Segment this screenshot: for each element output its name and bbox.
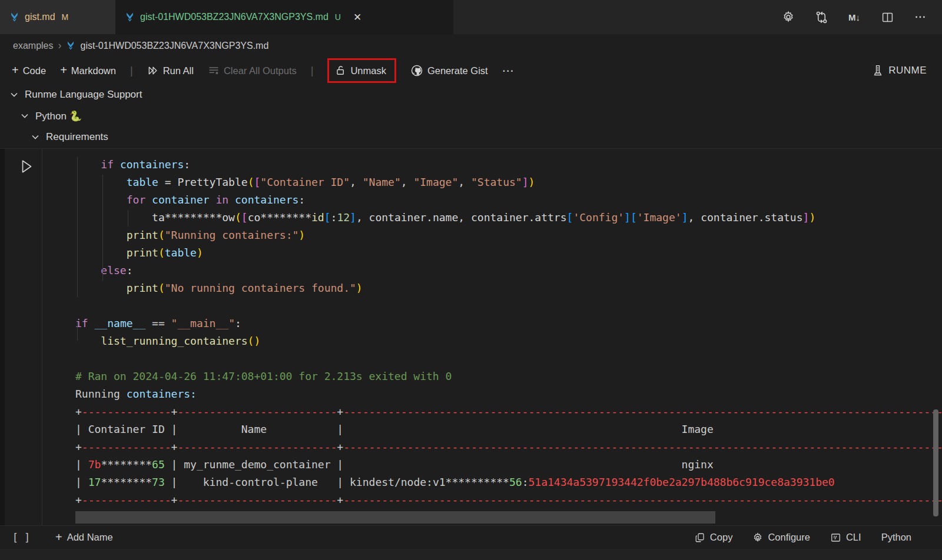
outline-item-python[interactable]: Python 🐍 [0,105,942,126]
indent-guide [128,210,128,226]
unmask-highlight-box: Unmask [327,58,396,83]
notebook-toolbar: + Code + Markdown | Run All Clear All Ou… [0,57,942,84]
cell-focus-strip [0,149,5,549]
modified-badge: M [62,12,69,22]
cell-brackets-indicator: [ ] [0,532,42,544]
configure-button[interactable]: Configure [752,532,810,543]
open-changes-icon[interactable] [814,9,829,25]
plus-icon: + [12,64,19,76]
clear-outputs-icon [208,65,220,76]
runme-brand: RUNME [872,64,927,77]
editor-background-strip [0,549,942,560]
run-all-button[interactable]: Run All [147,65,194,76]
breadcrumb-separator-icon: › [58,39,61,52]
indent-guide [77,322,78,341]
cli-button[interactable]: CLI [830,532,861,543]
clear-all-outputs-button[interactable]: Clear All Outputs [208,65,297,76]
copy-icon [695,532,705,543]
outline-item-requirements[interactable]: Requirements [0,126,942,148]
add-name-button[interactable]: + Add Name [55,532,113,544]
run-cell-button[interactable] [19,158,34,175]
plus-icon: + [55,531,62,543]
toolbar-separator: | [311,65,314,77]
cell-editor[interactable]: if containers: table = PrettyTable(["Con… [42,149,942,526]
close-tab-icon[interactable]: ✕ [351,10,364,25]
terminal-cli-icon [830,532,841,543]
output-block: # Ran on 2024-04-26 11:47:08+01:00 for 2… [42,350,942,509]
editor-tab-bar: gist.md M gist-01HWD053BZ23JN6VA7X3NGP3Y… [0,0,942,34]
runme-markdown-file-icon [125,12,135,22]
run-all-icon [147,65,159,76]
indent-guide [102,175,103,281]
runme-markdown-file-icon [9,12,19,22]
breadcrumb: examples › gist-01HWD053BZ23JN6VA7X3NGP3… [0,34,942,57]
cell-status-bar: [ ] + Add Name Copy Configure [0,525,942,549]
editor-actions: M↓ [781,0,942,34]
gear-icon [752,532,763,543]
more-actions-icon[interactable] [913,9,928,25]
unmask-button[interactable]: Unmask [335,65,386,76]
notebook-outline: Runme Language Support Python 🐍 Requirem… [0,84,942,148]
github-octocat-icon [410,64,423,77]
split-editor-icon[interactable] [880,9,895,25]
horizontal-scrollbar[interactable] [75,511,715,524]
cell-gutter [5,149,42,549]
output-vertical-scrollbar[interactable] [933,409,938,516]
generate-gist-button[interactable]: Generate Gist [410,64,488,77]
chevron-down-icon [9,90,19,99]
code-block[interactable]: if containers: table = PrettyTable(["Con… [42,149,942,350]
markdown-preview-icon[interactable]: M↓ [847,9,862,25]
chevron-down-icon [20,111,29,121]
tab-gist-md[interactable]: gist.md M [0,0,115,34]
outline-item-runme-language-support[interactable]: Runme Language Support [0,84,942,105]
cell-language-label[interactable]: Python [881,532,911,543]
chevron-down-icon [31,132,40,142]
tab-gist-generated-md[interactable]: gist-01HWD053BZ23JN6VA7X3NGP3YS.md U ✕ [115,0,453,34]
runme-markdown-file-icon [66,41,75,51]
plus-icon: + [60,64,67,76]
breadcrumb-folder[interactable]: examples [13,41,53,51]
settings-gear-icon[interactable] [781,9,796,25]
tab-file-name: gist.md [25,12,55,22]
toolbar-separator: | [130,65,133,77]
toolbar-more-icon[interactable]: ⋯ [502,64,515,78]
tab-file-name: gist-01HWD053BZ23JN6VA7X3NGP3YS.md [140,12,329,22]
notebook-code-cell: if containers: table = PrettyTable(["Con… [0,148,942,549]
unlock-icon [335,65,346,76]
copy-button[interactable]: Copy [695,532,733,543]
runme-logo-icon [872,64,884,77]
untracked-badge: U [335,12,341,22]
indent-guide [77,157,78,297]
add-code-cell-button[interactable]: + Code [12,65,46,76]
vscode-notebook-window: gist.md M gist-01HWD053BZ23JN6VA7X3NGP3Y… [0,0,942,560]
breadcrumb-file[interactable]: gist-01HWD053BZ23JN6VA7X3NGP3YS.md [80,41,268,51]
add-markdown-cell-button[interactable]: + Markdown [60,65,116,76]
